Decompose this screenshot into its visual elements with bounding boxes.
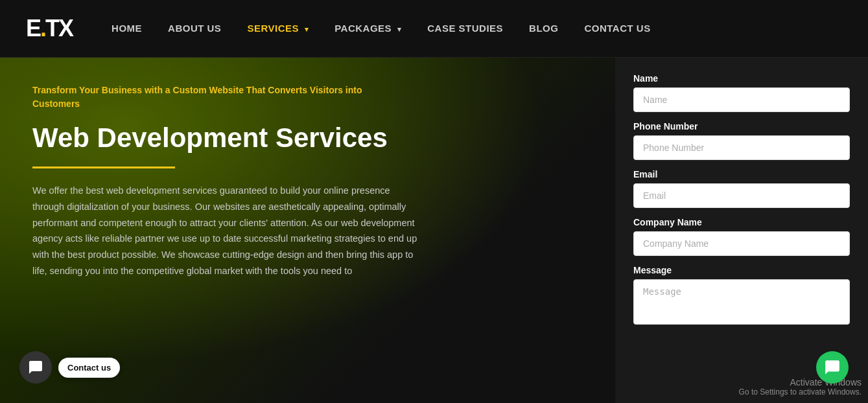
hero-title: Web Development Services — [32, 122, 583, 154]
name-input[interactable] — [633, 87, 850, 112]
email-field-group: Email — [633, 169, 850, 208]
company-input[interactable] — [633, 231, 850, 256]
nav-links: HOME ABOUT US SERVICES ▾ PACKAGES ▾ CASE… — [111, 23, 651, 34]
nav-link-about[interactable]: ABOUT US — [168, 23, 221, 34]
logo[interactable]: E.TX — [26, 17, 73, 40]
nav-link-contact[interactable]: CONTACT US — [584, 23, 650, 34]
email-input[interactable] — [633, 183, 850, 208]
chat-label: Contact us — [58, 358, 120, 378]
company-field-group: Company Name — [633, 217, 850, 256]
nav-link-packages[interactable]: PACKAGES ▾ — [334, 23, 401, 34]
nav-item-home[interactable]: HOME — [111, 23, 142, 34]
activate-windows-subtitle: Go to Settings to activate Windows. — [739, 387, 862, 397]
nav-item-blog[interactable]: BLOG — [529, 23, 558, 34]
name-label: Name — [633, 73, 850, 84]
nav-link-blog[interactable]: BLOG — [529, 23, 558, 34]
message-label: Message — [633, 265, 850, 275]
nav-item-case-studies[interactable]: CASE STUDIES — [427, 23, 503, 34]
phone-field-group: Phone Number — [633, 121, 850, 160]
chat-bubble-icon — [824, 359, 841, 376]
chat-widget[interactable]: Contact us — [19, 351, 120, 384]
message-textarea[interactable] — [633, 279, 850, 325]
name-field-group: Name — [633, 73, 850, 112]
nav-item-services[interactable]: SERVICES ▾ — [247, 23, 309, 34]
hero-description: We offer the best web development servic… — [32, 183, 421, 279]
phone-input[interactable] — [633, 135, 850, 160]
chat-button[interactable] — [19, 351, 52, 384]
activate-windows-watermark: Activate Windows Go to Settings to activ… — [739, 377, 862, 397]
nav-link-case-studies[interactable]: CASE STUDIES — [427, 23, 503, 34]
phone-label: Phone Number — [633, 121, 850, 132]
message-field-group: Message — [633, 265, 850, 327]
main-content: Transform Your Business with a Custom We… — [0, 58, 868, 403]
nav-item-contact[interactable]: CONTACT US — [584, 23, 650, 34]
navbar: E.TX HOME ABOUT US SERVICES ▾ PACKAGES ▾… — [0, 0, 868, 58]
chevron-down-icon: ▾ — [397, 25, 402, 33]
nav-item-about[interactable]: ABOUT US — [168, 23, 221, 34]
chevron-down-icon: ▾ — [305, 25, 309, 33]
chat-icon — [28, 360, 43, 375]
company-label: Company Name — [633, 217, 850, 227]
hero-tagline: Transform Your Business with a Custom We… — [32, 84, 395, 111]
nav-link-services[interactable]: SERVICES ▾ — [247, 23, 309, 34]
nav-link-home[interactable]: HOME — [111, 23, 142, 34]
logo-dot: . — [40, 15, 45, 41]
email-label: Email — [633, 169, 850, 179]
hero-title-underline — [32, 167, 175, 168]
logo-text: E.TX — [26, 17, 73, 40]
chat-bubble-right[interactable] — [816, 351, 849, 384]
nav-item-packages[interactable]: PACKAGES ▾ — [334, 23, 401, 34]
